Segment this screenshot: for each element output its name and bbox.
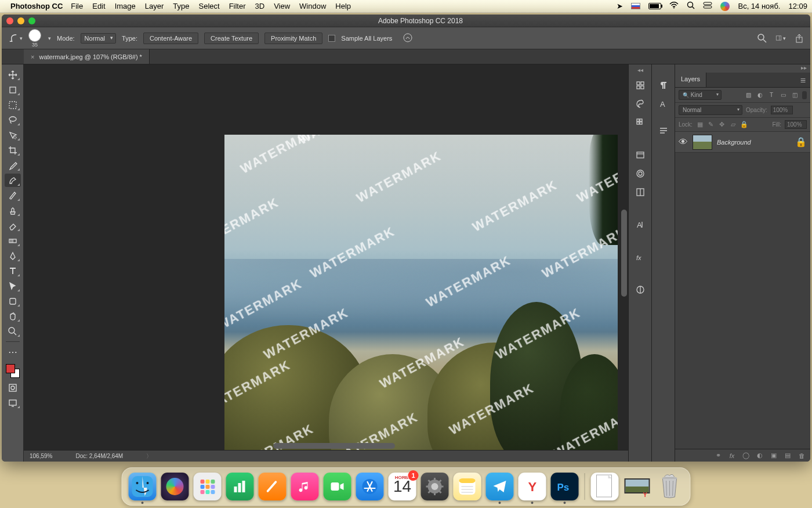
marquee-tool[interactable] <box>5 98 21 111</box>
document-tab[interactable]: × watermark.jpeg @ 107% (RGB/8#) * <box>24 49 150 64</box>
character-panel-icon[interactable]: A <box>632 217 648 233</box>
document-info[interactable]: Doc: 2,64M/2,64M <box>75 453 123 459</box>
dock-photoshop[interactable]: Ps <box>551 473 579 500</box>
crop-tool[interactable] <box>5 143 21 157</box>
dock-music[interactable] <box>291 473 319 500</box>
search-icon[interactable] <box>757 33 767 44</box>
lock-all-icon[interactable]: 🔒 <box>740 121 748 129</box>
layer-filter-kind[interactable]: 🔍 Kind <box>679 90 722 100</box>
filter-shape-icon[interactable]: ▭ <box>779 91 787 99</box>
link-layers-icon[interactable]: ⚭ <box>714 452 722 459</box>
blend-mode-select[interactable]: Normal <box>679 105 742 115</box>
location-icon[interactable]: ➤ <box>617 2 623 10</box>
new-layer-icon[interactable]: ▤ <box>784 452 792 459</box>
dock-calendar[interactable]: НОЯБ. 14 1 <box>389 473 416 500</box>
menu-image[interactable]: Image <box>115 2 136 10</box>
path-select-tool[interactable] <box>5 279 21 293</box>
menu-file[interactable]: File <box>71 2 83 10</box>
clone-stamp-tool[interactable] <box>5 204 21 217</box>
status-chevron-icon[interactable]: 〉 <box>146 452 152 460</box>
expand-panels-icon[interactable]: ▸▸ <box>675 64 810 73</box>
layer-visibility-icon[interactable]: 👁 <box>679 137 688 147</box>
current-tool-icon[interactable]: ▾ <box>8 31 23 46</box>
type-create-texture-button[interactable]: Create Texture <box>204 33 259 44</box>
wifi-icon[interactable] <box>669 2 679 10</box>
layer-row[interactable]: 👁 Background 🔒 <box>675 132 810 153</box>
shape-tool[interactable] <box>5 294 21 308</box>
hand-tool[interactable] <box>5 309 21 323</box>
dock-recent-doc-2[interactable]: Y <box>624 473 651 500</box>
horizontal-scrollbar[interactable] <box>221 442 622 450</box>
menubar-date[interactable]: Вс, 14 нояб. <box>738 2 780 10</box>
brush-tool[interactable] <box>5 189 21 202</box>
dock-yandex[interactable]: Y <box>519 473 546 500</box>
filter-toggle-icon[interactable] <box>802 91 807 99</box>
history-panel-icon[interactable] <box>632 77 648 93</box>
menu-3d[interactable]: 3D <box>255 2 265 10</box>
document-canvas[interactable]: WATERMARK WATERMARK WATERMARK WATERMARK … <box>224 135 618 453</box>
input-source-icon[interactable] <box>631 3 640 9</box>
foreground-background-colors[interactable] <box>5 363 21 379</box>
filter-adjustment-icon[interactable]: ◐ <box>756 91 764 99</box>
menu-layer[interactable]: Layer <box>145 2 164 10</box>
menu-view[interactable]: View <box>274 2 290 10</box>
window-zoom-button[interactable] <box>28 17 35 24</box>
layer-fx-icon[interactable]: fx <box>728 452 736 459</box>
opacity-input[interactable]: 100% <box>771 106 793 114</box>
app-menu[interactable]: Photoshop CC <box>10 2 63 10</box>
layers-tab[interactable]: Layers <box>675 73 706 87</box>
collapse-icon[interactable]: ◂◂ <box>637 67 643 75</box>
adjustments-panel-icon[interactable] <box>632 184 648 200</box>
swatches-panel-icon[interactable] <box>632 114 648 131</box>
paragraph-panel-icon[interactable] <box>655 77 672 93</box>
brush-dropdown-icon[interactable]: ▾ <box>48 35 51 41</box>
battery-icon[interactable] <box>648 3 661 9</box>
menu-help[interactable]: Help <box>335 2 351 10</box>
lock-transparency-icon[interactable]: ▦ <box>696 121 704 129</box>
properties-panel-icon[interactable] <box>632 282 648 298</box>
filter-pixel-icon[interactable]: ▧ <box>744 91 752 99</box>
screen-mode-icon[interactable] <box>5 396 21 409</box>
share-icon[interactable] <box>794 33 804 44</box>
pen-tool[interactable] <box>5 249 21 262</box>
edit-toolbar-icon[interactable]: ⋯ <box>5 345 21 359</box>
paragraph-styles-icon[interactable] <box>655 123 672 139</box>
canvas-area[interactable]: WATERMARK WATERMARK WATERMARK WATERMARK … <box>24 64 628 462</box>
menu-window[interactable]: Window <box>299 2 326 10</box>
libraries-panel-icon[interactable] <box>632 147 648 163</box>
control-center-icon[interactable] <box>703 2 712 10</box>
dock-finder[interactable] <box>129 473 157 500</box>
menu-edit[interactable]: Edit <box>92 2 105 10</box>
menubar-time[interactable]: 12:09 <box>788 2 807 10</box>
quick-select-tool[interactable] <box>5 128 21 142</box>
cc-libraries-icon[interactable] <box>632 165 648 182</box>
eyedropper-tool[interactable] <box>5 158 21 172</box>
foreground-color-swatch[interactable] <box>6 364 15 373</box>
brush-preset-picker[interactable]: 35 <box>28 29 41 48</box>
window-close-button[interactable] <box>6 17 13 24</box>
dock-appstore[interactable] <box>356 473 384 500</box>
type-content-aware-button[interactable]: Content-Aware <box>143 33 198 44</box>
workspace-switcher-icon[interactable]: ▾ <box>775 33 786 44</box>
gradient-tool[interactable] <box>5 234 21 247</box>
dock-trash[interactable] <box>656 473 684 500</box>
adjustment-layer-icon[interactable]: ◐ <box>756 452 764 459</box>
delete-layer-icon[interactable]: 🗑 <box>798 452 806 459</box>
fill-input[interactable]: 100% <box>785 120 807 129</box>
panel-menu-icon[interactable]: ≡ <box>796 73 810 87</box>
spot-healing-brush-tool[interactable] <box>5 174 21 187</box>
dock-facetime[interactable] <box>324 473 351 500</box>
dock-settings[interactable] <box>421 473 449 500</box>
layer-group-icon[interactable]: ▣ <box>770 452 778 459</box>
dock-telegram[interactable] <box>486 473 514 500</box>
lock-position-icon[interactable]: ✥ <box>718 121 726 129</box>
lock-artboard-icon[interactable]: ▱ <box>729 121 737 129</box>
layer-name[interactable]: Background <box>717 139 791 146</box>
menu-type[interactable]: Type <box>173 2 189 10</box>
move-tool[interactable] <box>5 68 21 81</box>
dock-pages[interactable] <box>259 473 287 500</box>
spotlight-icon[interactable] <box>687 1 695 11</box>
menu-select[interactable]: Select <box>198 2 219 10</box>
dock-numbers[interactable] <box>226 473 254 500</box>
glyphs-panel-icon[interactable]: fx <box>632 249 648 265</box>
